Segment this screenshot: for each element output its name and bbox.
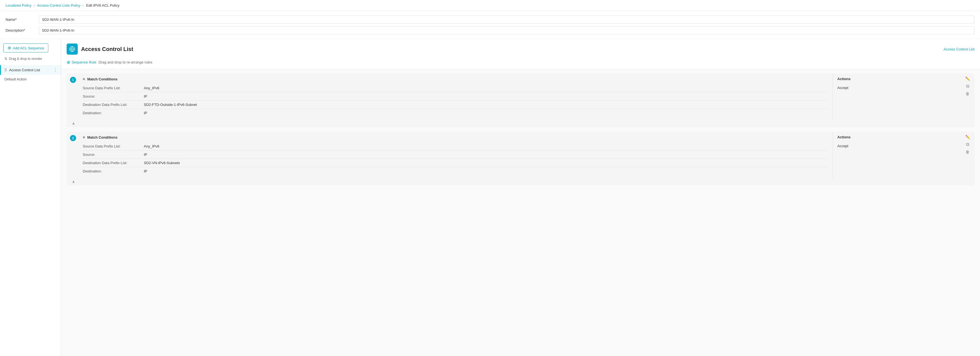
- breadcrumb-acl-policy[interactable]: Access Control Lists Policy: [37, 3, 81, 8]
- actions-header-2: Actions: [837, 135, 956, 139]
- drag-hint: ⇅ Drag & drop to reorder: [0, 56, 61, 64]
- condition-value: IP: [144, 111, 147, 115]
- breadcrumb-sep-1: ›: [33, 3, 35, 8]
- seq-rule-label: Sequence Rule: [72, 60, 96, 64]
- acl-icon: [67, 44, 78, 55]
- condition-row-1-3: Destination:IP: [83, 109, 828, 117]
- sidebar-item-acl[interactable]: ⠿ Access Control List ⋮: [0, 65, 61, 75]
- breadcrumb-localized-policy[interactable]: Localized Policy: [6, 3, 31, 8]
- sequence-inner-2: ≡ Match ConditionsSource Data Prefix Lis…: [78, 132, 974, 179]
- sequences-container: 1≡ Match ConditionsSource Data Prefix Li…: [61, 69, 980, 195]
- name-label: Name*: [6, 17, 39, 22]
- kebab-menu-icon[interactable]: ⋮: [53, 67, 57, 73]
- action-row-2-0: Accept: [837, 142, 956, 150]
- sequence-action-buttons-1: ✏️⧉🗑: [961, 73, 974, 120]
- sequence-hint: Drag and drop to re-arrange rules: [99, 60, 153, 64]
- collapse-button-1[interactable]: ∧: [67, 120, 974, 127]
- condition-value: SD2-VN-IPv6-Subnets: [144, 161, 180, 165]
- acl-top-link[interactable]: Access Control List: [943, 47, 974, 51]
- sequence-inner-1: ≡ Match ConditionsSource Data Prefix Lis…: [78, 73, 974, 120]
- actions-col-2: ActionsAccept: [833, 132, 961, 179]
- condition-row-2-3: Destination:IP: [83, 167, 828, 175]
- action-row-1-0: Accept: [837, 84, 956, 92]
- condition-value: Any_IPv6: [144, 144, 159, 148]
- sidebar: ⊕ Add ACL Sequence ⇅ Drag & drop to reor…: [0, 39, 61, 356]
- condition-label: Source:: [83, 94, 144, 98]
- description-input[interactable]: [39, 26, 974, 34]
- condition-row-2-2: Destination Data Prefix List:SD2-VN-IPv6…: [83, 159, 828, 167]
- sequence-block-2: 2≡ Match ConditionsSource Data Prefix Li…: [67, 132, 974, 185]
- content-area: Access Control List Access Control List …: [61, 39, 980, 356]
- condition-value: IP: [144, 169, 147, 173]
- copy-sequence-button-1[interactable]: ⧉: [966, 84, 969, 89]
- seq-plus-icon: ⊕: [67, 60, 70, 65]
- drag-hint-text: Drag & drop to reorder: [9, 57, 42, 61]
- add-acl-sequence-button[interactable]: ⊕ Add ACL Sequence: [3, 44, 48, 52]
- breadcrumb-sep-2: ›: [83, 3, 84, 8]
- condition-row-2-1: Source:IP: [83, 150, 828, 159]
- condition-row-1-1: Source:IP: [83, 92, 828, 101]
- name-row: Name*: [6, 16, 974, 24]
- sidebar-items: ⠿ Access Control List ⋮: [0, 64, 61, 75]
- plus-icon: ⊕: [8, 46, 11, 50]
- copy-sequence-button-2[interactable]: ⧉: [966, 142, 969, 147]
- list-icon: ≡: [83, 135, 85, 139]
- edit-sequence-button-2[interactable]: ✏️: [965, 135, 970, 139]
- condition-label: Destination:: [83, 169, 144, 173]
- main-layout: ⊕ Add ACL Sequence ⇅ Drag & drop to reor…: [0, 39, 980, 356]
- sequence-block-1: 1≡ Match ConditionsSource Data Prefix Li…: [67, 73, 974, 127]
- collapse-button-2[interactable]: ∧: [67, 179, 974, 185]
- edit-sequence-button-1[interactable]: ✏️: [965, 77, 970, 81]
- condition-value: IP: [144, 152, 147, 157]
- condition-value: Any_IPv6: [144, 86, 159, 90]
- condition-label: Source Data Prefix List:: [83, 86, 144, 90]
- add-acl-label: Add ACL Sequence: [13, 46, 44, 50]
- breadcrumb: Localized Policy › Access Control Lists …: [0, 0, 980, 11]
- actions-col-1: ActionsAccept: [833, 73, 961, 120]
- match-header-1: ≡ Match Conditions: [83, 77, 828, 81]
- condition-label: Destination Data Prefix List:: [83, 103, 144, 107]
- sequence-action-buttons-2: ✏️⧉🗑: [961, 132, 974, 179]
- actions-header-1: Actions: [837, 77, 956, 81]
- match-conditions-2: ≡ Match ConditionsSource Data Prefix Lis…: [78, 132, 833, 179]
- sequence-toolbar: ⊕ Sequence Rule Drag and drop to re-arra…: [61, 57, 980, 69]
- condition-row-1-0: Source Data Prefix List:Any_IPv6: [83, 84, 828, 92]
- sequence-number-1: 1: [70, 77, 76, 83]
- condition-label: Source Data Prefix List:: [83, 144, 144, 148]
- name-input[interactable]: [39, 16, 974, 24]
- sidebar-acl-label: Access Control List: [9, 68, 53, 72]
- condition-row-1-2: Destination Data Prefix List:SD2-FTD-Out…: [83, 101, 828, 109]
- condition-value: SD2-FTD-Outside-1-IPv6-Subnet: [144, 103, 197, 107]
- delete-sequence-button-1[interactable]: 🗑: [966, 92, 969, 96]
- list-icon: ≡: [83, 77, 85, 81]
- form-section: Name* Description*: [0, 11, 980, 39]
- condition-label: Destination Data Prefix List:: [83, 161, 144, 165]
- delete-sequence-button-2[interactable]: 🗑: [966, 150, 969, 154]
- condition-label: Source:: [83, 152, 144, 157]
- match-conditions-1: ≡ Match ConditionsSource Data Prefix Lis…: [78, 73, 833, 120]
- acl-header: Access Control List Access Control List: [61, 39, 980, 57]
- match-header-2: ≡ Match Conditions: [83, 135, 828, 139]
- add-sequence-rule-button[interactable]: ⊕ Sequence Rule: [67, 60, 96, 65]
- default-action-item[interactable]: Default Action: [0, 75, 61, 84]
- condition-label: Destination:: [83, 111, 144, 115]
- description-row: Description*: [6, 26, 974, 34]
- breadcrumb-edit: Edit IPV6 ACL Policy: [86, 3, 119, 8]
- drag-icon: ⇅: [5, 57, 7, 61]
- sequence-number-2: 2: [70, 135, 76, 141]
- acl-title-group: Access Control List: [67, 44, 133, 55]
- condition-row-2-0: Source Data Prefix List:Any_IPv6: [83, 142, 828, 150]
- condition-value: IP: [144, 94, 147, 98]
- description-label: Description*: [6, 28, 39, 32]
- acl-title: Access Control List: [81, 46, 133, 52]
- grid-icon: ⠿: [4, 68, 7, 72]
